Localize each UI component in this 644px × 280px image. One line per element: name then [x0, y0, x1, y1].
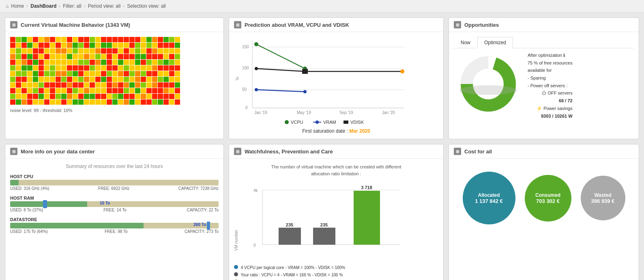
- vm-behavior-header: ⊞ Current Virtual Machine Behavior (1343…: [5, 18, 223, 32]
- svg-point-25: [316, 121, 319, 124]
- svg-text:May '19: May '19: [297, 110, 311, 115]
- prediction-icon: ⊞: [234, 21, 241, 28]
- svg-text:0: 0: [253, 243, 256, 248]
- svg-text:4k: 4k: [253, 188, 258, 193]
- consumed-value: 703 302 €: [536, 198, 560, 204]
- vm-behavior-body: noise level: 99 - threshold: 10%: [5, 32, 223, 118]
- datastore-marker-label: 260 To: [193, 222, 206, 227]
- y-axis-label: VM number: [234, 198, 238, 251]
- svg-text:VDISK: VDISK: [350, 120, 364, 125]
- datastore-row: DATASTORE 260 To USED: 175 To (64%) FREE…: [10, 217, 219, 234]
- watchfulness-legend: 4 VCPU per logical core - VRAM = 100% - …: [234, 264, 438, 280]
- more-info-icon: ⊞: [10, 148, 17, 155]
- legend-item-1: 4 VCPU per logical core - VRAM = 100% - …: [234, 264, 438, 271]
- svg-text:3 718: 3 718: [361, 185, 372, 190]
- prediction-card: ⊞ Prediction about VRAM, VCPU and VDISK …: [229, 17, 444, 139]
- vm-icon: ⊞: [10, 21, 17, 28]
- opportunities-card: ⊞ Opportunities Now Optimized: [449, 17, 639, 139]
- watchfulness-card: ⊞ Watchfulness, Prevention and Care The …: [229, 144, 444, 280]
- svg-text:150: 150: [242, 45, 249, 49]
- datastore-used-bar: [10, 223, 144, 228]
- opp-tabs: Now Optimized: [454, 37, 634, 48]
- saturation-text: First saturation date : Mar 2020: [234, 128, 438, 134]
- saturation-date: Mar 2020: [349, 128, 370, 134]
- host-ram-marker-label: 10 To: [100, 201, 110, 205]
- wasted-circle: Wasted 396 939 €: [581, 176, 625, 220]
- svg-text:235: 235: [286, 222, 293, 227]
- more-info-card: ⊞ More info on your data center Summary …: [5, 144, 224, 280]
- legend-circle-2: [234, 272, 238, 276]
- host-cpu-info: USED: 316 GHz (4%) FREE: 6922 GHz CAPACI…: [10, 186, 219, 191]
- more-info-header: ⊞ More info on your data center: [5, 144, 223, 159]
- host-ram-info: USED: 8 To (37%) FREE: 14 To CAPACITY: 2…: [10, 208, 219, 212]
- breadcrumb-filter[interactable]: Filter: all: [63, 3, 81, 9]
- svg-text:%: %: [235, 77, 240, 80]
- host-ram-bar: 10 To: [10, 201, 219, 207]
- breadcrumb: ⌂ Home › DashBoard › Filter: all › Perio…: [0, 0, 644, 13]
- noise-level-text: noise level: 99 - threshold: 10%: [10, 108, 219, 113]
- watchfulness-icon: ⊞: [234, 148, 241, 155]
- allocated-circle: Allocated 1 137 842 €: [463, 172, 515, 224]
- cost-body: Allocated 1 137 842 € Consumed 703 302 €…: [449, 159, 639, 237]
- watchfulness-header: ⊞ Watchfulness, Prevention and Care: [229, 144, 443, 159]
- breadcrumb-home[interactable]: Home: [11, 3, 24, 9]
- power-savings-value: 9303 / 10261 W: [528, 112, 573, 120]
- datastore-marker: [207, 222, 210, 230]
- consumed-circle: Consumed 703 302 €: [525, 175, 571, 222]
- prediction-chart: 150 100 50 0 % Jan '19 May '19 Sep '19 J…: [234, 37, 412, 126]
- watchfulness-title: Watchfulness, Prevention and Care: [245, 149, 333, 155]
- prediction-header: ⊞ Prediction about VRAM, VCPU and VDISK: [229, 18, 443, 32]
- svg-text:235: 235: [320, 222, 328, 227]
- cost-card: ⊞ Cost for all Allocated 1 137 842 € Con…: [449, 144, 639, 280]
- watchfulness-body: The number of virtual machine which can …: [229, 159, 443, 280]
- host-ram-row: HOST RAM 10 To USED: 8 To (37%) FREE: 14…: [10, 196, 219, 212]
- host-cpu-row: HOST CPU USED: 316 GHz (4%) FREE: 6922 G…: [10, 174, 219, 191]
- summary-title: Summary of resources over the last 24 ho…: [10, 164, 219, 169]
- host-cpu-bar: [10, 180, 219, 185]
- tab-now[interactable]: Now: [454, 37, 477, 48]
- opp-description: After optimization ℹ 75 % of free resour…: [528, 52, 573, 120]
- breadcrumb-selection[interactable]: Selection view: all: [127, 3, 165, 9]
- wasted-value: 396 939 €: [591, 198, 615, 204]
- prediction-body: 150 100 50 0 % Jan '19 May '19 Sep '19 J…: [229, 32, 443, 139]
- watchfulness-chart-container: VM number 4k 0 235 235: [234, 182, 438, 260]
- more-info-body: Summary of resources over the last 24 ho…: [5, 159, 223, 243]
- svg-point-32: [461, 85, 516, 95]
- vm-behavior-title: Current Virtual Machine Behavior (1343 V…: [21, 22, 130, 28]
- svg-text:VRAM: VRAM: [323, 120, 336, 125]
- opp-body: Now Optimized: [449, 32, 639, 125]
- host-ram-label: HOST RAM: [10, 196, 219, 200]
- svg-rect-20: [302, 69, 308, 74]
- allocated-value: 1 137 842 €: [475, 198, 503, 204]
- consumed-label: Consumed: [535, 192, 560, 198]
- svg-text:Jan '20: Jan '20: [382, 110, 395, 115]
- svg-text:VCPU: VCPU: [291, 120, 303, 125]
- more-info-title: More info on your data center: [21, 149, 95, 155]
- datastore-info: USED: 175 To (64%) FREE: 98 To CAPACITY:…: [10, 229, 219, 234]
- host-cpu-used-bar: [10, 180, 19, 185]
- tab-optimized[interactable]: Optimized: [477, 37, 513, 48]
- svg-point-18: [303, 90, 307, 93]
- svg-point-22: [285, 120, 289, 124]
- opp-title: Opportunities: [464, 22, 499, 28]
- legend-circle-1: [234, 265, 238, 269]
- svg-point-17: [255, 88, 258, 91]
- datastore-bar: 260 To: [10, 223, 219, 228]
- svg-text:Sep '19: Sep '19: [339, 110, 353, 115]
- dashboard: ⊞ Current Virtual Machine Behavior (1343…: [0, 13, 644, 280]
- watchfulness-bar-chart: 4k 0 235 235 3 718: [250, 182, 404, 259]
- allocated-label: Allocated: [478, 192, 500, 198]
- legend-item-2: Your ratio : VCPU = 4 - VRAM = 166 % - V…: [234, 271, 438, 279]
- prediction-title: Prediction about VRAM, VCPU and VDISK: [245, 22, 349, 28]
- svg-text:100: 100: [242, 66, 249, 70]
- svg-point-15: [254, 42, 258, 46]
- svg-rect-27: [343, 121, 348, 124]
- cost-header: ⊞ Cost for all: [449, 144, 639, 159]
- vm-heatmap: [10, 37, 219, 105]
- breadcrumb-dashboard[interactable]: DashBoard: [30, 3, 56, 9]
- host-cpu-label: HOST CPU: [10, 174, 219, 179]
- opp-icon: ⊞: [454, 21, 461, 28]
- svg-text:0: 0: [245, 106, 248, 110]
- breadcrumb-period[interactable]: Period view: all: [88, 3, 121, 9]
- svg-text:Jan '19: Jan '19: [254, 110, 267, 115]
